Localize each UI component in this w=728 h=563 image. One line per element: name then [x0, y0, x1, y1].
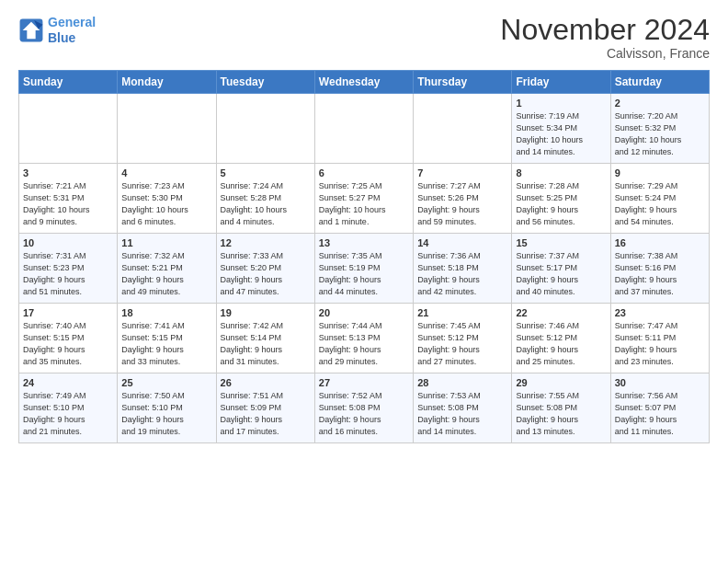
day-cell: 28Sunrise: 7:53 AM Sunset: 5:08 PM Dayli… [414, 373, 512, 443]
day-info: Sunrise: 7:52 AM Sunset: 5:08 PM Dayligh… [319, 390, 409, 438]
header-saturday: Saturday [610, 71, 709, 94]
day-number: 15 [516, 237, 606, 248]
day-info: Sunrise: 7:55 AM Sunset: 5:08 PM Dayligh… [516, 390, 606, 438]
day-info: Sunrise: 7:56 AM Sunset: 5:07 PM Dayligh… [615, 390, 705, 438]
logo-line2: Blue [48, 30, 75, 45]
day-cell: 26Sunrise: 7:51 AM Sunset: 5:09 PM Dayli… [216, 373, 314, 443]
day-cell: 7Sunrise: 7:27 AM Sunset: 5:26 PM Daylig… [414, 164, 512, 234]
logo-line1: General [48, 15, 96, 29]
day-info: Sunrise: 7:29 AM Sunset: 5:24 PM Dayligh… [615, 180, 705, 228]
day-cell [19, 94, 118, 164]
day-number: 24 [23, 377, 113, 388]
logo: General Blue [18, 15, 96, 46]
week-row-2: 10Sunrise: 7:31 AM Sunset: 5:23 PM Dayli… [19, 234, 710, 304]
day-info: Sunrise: 7:47 AM Sunset: 5:11 PM Dayligh… [615, 320, 705, 368]
day-cell: 19Sunrise: 7:42 AM Sunset: 5:14 PM Dayli… [216, 304, 314, 373]
day-number: 20 [319, 307, 409, 318]
day-info: Sunrise: 7:42 AM Sunset: 5:14 PM Dayligh… [221, 320, 311, 368]
day-cell: 27Sunrise: 7:52 AM Sunset: 5:08 PM Dayli… [314, 373, 413, 443]
day-info: Sunrise: 7:27 AM Sunset: 5:26 PM Dayligh… [417, 180, 507, 228]
day-number: 8 [516, 167, 606, 178]
day-cell: 16Sunrise: 7:38 AM Sunset: 5:16 PM Dayli… [610, 234, 709, 304]
logo-text: General Blue [48, 15, 96, 46]
day-info: Sunrise: 7:40 AM Sunset: 5:15 PM Dayligh… [23, 320, 113, 368]
header-wednesday: Wednesday [314, 71, 413, 94]
day-info: Sunrise: 7:46 AM Sunset: 5:12 PM Dayligh… [516, 320, 606, 368]
day-cell [414, 94, 512, 164]
day-number: 16 [615, 237, 705, 248]
day-cell: 23Sunrise: 7:47 AM Sunset: 5:11 PM Dayli… [610, 304, 709, 373]
location: Calvisson, France [500, 46, 710, 61]
day-info: Sunrise: 7:35 AM Sunset: 5:19 PM Dayligh… [319, 250, 409, 298]
week-row-3: 17Sunrise: 7:40 AM Sunset: 5:15 PM Dayli… [19, 304, 710, 373]
header-thursday: Thursday [414, 71, 512, 94]
day-number: 18 [121, 307, 211, 318]
day-cell: 8Sunrise: 7:28 AM Sunset: 5:25 PM Daylig… [512, 164, 610, 234]
day-number: 17 [23, 307, 113, 318]
day-cell: 20Sunrise: 7:44 AM Sunset: 5:13 PM Dayli… [314, 304, 413, 373]
logo-icon [18, 17, 44, 43]
day-cell: 9Sunrise: 7:29 AM Sunset: 5:24 PM Daylig… [610, 164, 709, 234]
day-number: 19 [221, 307, 311, 318]
title-block: November 2024 Calvisson, France [500, 15, 710, 61]
day-cell: 15Sunrise: 7:37 AM Sunset: 5:17 PM Dayli… [512, 234, 610, 304]
day-info: Sunrise: 7:36 AM Sunset: 5:18 PM Dayligh… [417, 250, 507, 298]
day-info: Sunrise: 7:53 AM Sunset: 5:08 PM Dayligh… [417, 390, 507, 438]
calendar-table: SundayMondayTuesdayWednesdayThursdayFrid… [18, 70, 710, 443]
day-info: Sunrise: 7:38 AM Sunset: 5:16 PM Dayligh… [615, 250, 705, 298]
day-number: 26 [221, 377, 311, 388]
calendar-header-row: SundayMondayTuesdayWednesdayThursdayFrid… [19, 71, 710, 94]
day-info: Sunrise: 7:37 AM Sunset: 5:17 PM Dayligh… [516, 250, 606, 298]
day-number: 11 [121, 237, 211, 248]
header-monday: Monday [118, 71, 216, 94]
day-info: Sunrise: 7:19 AM Sunset: 5:34 PM Dayligh… [516, 110, 606, 158]
day-number: 1 [516, 98, 606, 109]
week-row-1: 3Sunrise: 7:21 AM Sunset: 5:31 PM Daylig… [19, 164, 710, 234]
day-cell: 1Sunrise: 7:19 AM Sunset: 5:34 PM Daylig… [512, 94, 610, 164]
week-row-0: 1Sunrise: 7:19 AM Sunset: 5:34 PM Daylig… [19, 94, 710, 164]
page: General Blue November 2024 Calvisson, Fr… [0, 0, 728, 453]
day-number: 13 [319, 237, 409, 248]
day-cell: 5Sunrise: 7:24 AM Sunset: 5:28 PM Daylig… [216, 164, 314, 234]
day-number: 23 [615, 307, 705, 318]
day-cell: 17Sunrise: 7:40 AM Sunset: 5:15 PM Dayli… [19, 304, 118, 373]
day-cell [314, 94, 413, 164]
day-number: 30 [615, 377, 705, 388]
day-info: Sunrise: 7:44 AM Sunset: 5:13 PM Dayligh… [319, 320, 409, 368]
day-cell [216, 94, 314, 164]
day-cell: 30Sunrise: 7:56 AM Sunset: 5:07 PM Dayli… [610, 373, 709, 443]
day-info: Sunrise: 7:45 AM Sunset: 5:12 PM Dayligh… [417, 320, 507, 368]
day-cell: 3Sunrise: 7:21 AM Sunset: 5:31 PM Daylig… [19, 164, 118, 234]
day-info: Sunrise: 7:28 AM Sunset: 5:25 PM Dayligh… [516, 180, 606, 228]
header-friday: Friday [512, 71, 610, 94]
day-cell: 22Sunrise: 7:46 AM Sunset: 5:12 PM Dayli… [512, 304, 610, 373]
day-info: Sunrise: 7:49 AM Sunset: 5:10 PM Dayligh… [23, 390, 113, 438]
day-cell: 29Sunrise: 7:55 AM Sunset: 5:08 PM Dayli… [512, 373, 610, 443]
day-info: Sunrise: 7:23 AM Sunset: 5:30 PM Dayligh… [121, 180, 211, 228]
day-cell: 10Sunrise: 7:31 AM Sunset: 5:23 PM Dayli… [19, 234, 118, 304]
day-cell: 2Sunrise: 7:20 AM Sunset: 5:32 PM Daylig… [610, 94, 709, 164]
day-cell [118, 94, 216, 164]
day-info: Sunrise: 7:20 AM Sunset: 5:32 PM Dayligh… [615, 110, 705, 158]
day-info: Sunrise: 7:24 AM Sunset: 5:28 PM Dayligh… [221, 180, 311, 228]
day-cell: 12Sunrise: 7:33 AM Sunset: 5:20 PM Dayli… [216, 234, 314, 304]
day-info: Sunrise: 7:32 AM Sunset: 5:21 PM Dayligh… [121, 250, 211, 298]
day-info: Sunrise: 7:33 AM Sunset: 5:20 PM Dayligh… [221, 250, 311, 298]
day-info: Sunrise: 7:41 AM Sunset: 5:15 PM Dayligh… [121, 320, 211, 368]
day-info: Sunrise: 7:50 AM Sunset: 5:10 PM Dayligh… [121, 390, 211, 438]
day-cell: 13Sunrise: 7:35 AM Sunset: 5:19 PM Dayli… [314, 234, 413, 304]
day-cell: 24Sunrise: 7:49 AM Sunset: 5:10 PM Dayli… [19, 373, 118, 443]
day-cell: 21Sunrise: 7:45 AM Sunset: 5:12 PM Dayli… [414, 304, 512, 373]
day-cell: 25Sunrise: 7:50 AM Sunset: 5:10 PM Dayli… [118, 373, 216, 443]
day-number: 28 [417, 377, 507, 388]
day-number: 2 [615, 98, 705, 109]
day-number: 29 [516, 377, 606, 388]
day-number: 6 [319, 167, 409, 178]
day-info: Sunrise: 7:51 AM Sunset: 5:09 PM Dayligh… [221, 390, 311, 438]
day-cell: 6Sunrise: 7:25 AM Sunset: 5:27 PM Daylig… [314, 164, 413, 234]
day-number: 7 [417, 167, 507, 178]
header-sunday: Sunday [19, 71, 118, 94]
day-cell: 14Sunrise: 7:36 AM Sunset: 5:18 PM Dayli… [414, 234, 512, 304]
day-number: 27 [319, 377, 409, 388]
day-number: 9 [615, 167, 705, 178]
